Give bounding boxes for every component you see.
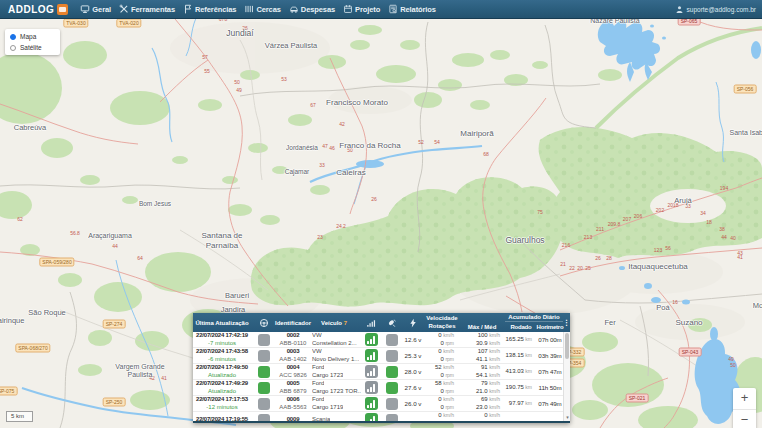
logo-text: ADDLOG: [8, 4, 54, 15]
city-label: Mo: [753, 301, 762, 310]
city-label: Jordanésia: [286, 144, 318, 152]
col-identifier[interactable]: Identificador: [277, 313, 309, 332]
col-signal[interactable]: [359, 313, 383, 332]
cell-voltage: 25.3 v: [401, 348, 425, 363]
cell-max-med: 91km/h54.1km/h: [459, 364, 505, 379]
cell-signal: [359, 396, 383, 411]
route-number: 26: [371, 196, 377, 202]
table-menu-dots[interactable]: ⋮: [563, 313, 570, 332]
route-number: 25: [585, 265, 591, 271]
user-icon: [675, 5, 684, 14]
col-gps[interactable]: [383, 313, 401, 332]
cell-hourmeter: 03h 39m: [537, 348, 563, 363]
cell-hourmeter: [537, 412, 563, 421]
city-label: Mairiporã: [460, 129, 493, 139]
vehicle-table-panel: Última Atualização Identificador Veículo…: [193, 313, 570, 423]
route-number: 68: [483, 151, 489, 157]
nav-geral[interactable]: Geral: [76, 0, 115, 18]
nav-cercas[interactable]: Cercas: [240, 0, 284, 18]
city-label: Cajamar: [285, 168, 310, 176]
city-label: Francisco Morato: [326, 98, 388, 108]
route-number: 56.8: [70, 230, 80, 236]
gps-indicator: [386, 350, 398, 362]
route-number: 20: [577, 265, 583, 271]
route-number: 41: [737, 254, 743, 260]
zoom-control: + −: [733, 388, 756, 428]
cell-ignition: [251, 332, 277, 347]
road-badge: TVA-030: [63, 19, 88, 28]
nav-referências[interactable]: Referências: [179, 0, 240, 18]
cell-identifier: 0005ABB 6879: [277, 380, 309, 395]
nav-relatórios[interactable]: Relatórios: [384, 0, 440, 18]
ignition-indicator: [258, 334, 270, 346]
nav-despesas[interactable]: Despesas: [285, 0, 339, 18]
cell-hourmeter: 11h 50m: [537, 380, 563, 395]
nav-projeto[interactable]: Projeto: [339, 0, 384, 18]
signal-icon: [366, 318, 376, 328]
cell-ignition: [251, 396, 277, 411]
ignition-indicator: [258, 414, 270, 422]
vehicle-row[interactable]: 22/07/2024 17:42:19-7 minutos0002ABB-011…: [193, 332, 563, 348]
city-label: Vargem Grande Paulista: [115, 363, 164, 380]
scrollbar-down-arrow[interactable]: ▾: [564, 414, 571, 421]
ignition-indicator: [258, 382, 270, 394]
cell-speed-rpm: 0km/h0rpm: [425, 332, 459, 347]
tools-icon: [119, 4, 129, 14]
gps-indicator: [386, 366, 398, 378]
vehicle-row[interactable]: 22/07/2024 17:19:550009Scania0km/h0rpm0k…: [193, 412, 563, 421]
col-ignition[interactable]: [251, 313, 277, 332]
cell-hourmeter: 07h 00m: [537, 332, 563, 347]
map-type-satellite[interactable]: Satélite: [10, 44, 55, 51]
cell-max-med: 0km/h0km/h: [459, 412, 505, 421]
cell-odometer: 97.97km: [505, 396, 537, 411]
gps-indicator: [386, 334, 398, 346]
cell-voltage: 12.6 v: [401, 332, 425, 347]
vehicle-row[interactable]: 22/07/2024 17:43:58-6 minutos0003AAB-140…: [193, 348, 563, 364]
cell-vehicle: VWConstellation 2...: [309, 332, 359, 347]
road-badge: SP-043: [679, 348, 702, 357]
col-max-med[interactable]: Máx / Méd: [459, 313, 505, 332]
table-scrollbar[interactable]: ▾: [563, 332, 570, 421]
cell-last-update: 22/07/2024 17:42:19-7 minutos: [193, 332, 251, 347]
route-number: 18: [706, 219, 712, 225]
road-badge: SP-021: [626, 394, 649, 403]
vehicle-count: 7: [344, 320, 347, 326]
col-last-update[interactable]: Última Atualização: [193, 313, 251, 332]
cell-odometer: 138.15km: [505, 348, 537, 363]
zoom-in-button[interactable]: +: [733, 388, 756, 409]
table-rows: 22/07/2024 17:42:19-7 minutos0002ABB-011…: [193, 332, 563, 421]
cell-gps: [383, 332, 401, 347]
cell-ignition: [251, 364, 277, 379]
route-number: 54: [434, 139, 440, 145]
route-number: 49: [236, 87, 242, 93]
col-odometer[interactable]: Rodado: [505, 322, 537, 332]
cell-signal: [359, 412, 383, 421]
cell-voltage: 27.6 v: [401, 380, 425, 395]
cell-signal: [359, 380, 383, 395]
vehicle-row[interactable]: 22/07/2024 17:49:29Atualizado0005ABB 687…: [193, 380, 563, 396]
vehicle-row[interactable]: 22/07/2024 17:17:53-12 minutos0006AAB-55…: [193, 396, 563, 412]
col-speed-rpm[interactable]: VelocidadeRotações: [425, 313, 459, 332]
logo[interactable]: ADDLOG: [8, 4, 68, 15]
route-number: 56: [665, 245, 671, 251]
city-label: Araçariguama: [88, 232, 132, 240]
city-label: Arujá: [674, 196, 692, 205]
col-power[interactable]: [401, 313, 425, 332]
calendar-icon: [343, 4, 353, 14]
col-hourmeter[interactable]: Horímetro: [537, 322, 563, 332]
route-number: 207: [623, 216, 631, 222]
route-number: 55: [204, 68, 210, 74]
route-number: 34: [700, 210, 706, 216]
cell-speed-rpm: 0km/h0rpm: [425, 396, 459, 411]
cell-signal: [359, 332, 383, 347]
scrollbar-thumb[interactable]: [565, 333, 569, 359]
col-vehicle[interactable]: Veículo 7: [309, 313, 359, 332]
cell-identifier: 0009: [277, 412, 309, 421]
vehicle-row[interactable]: 22/07/2024 17:49:50Atualizado0004ACC 982…: [193, 364, 563, 380]
zoom-out-button[interactable]: −: [733, 409, 756, 428]
cell-last-update: 22/07/2024 17:19:55: [193, 412, 251, 421]
account[interactable]: suporte@addlog.com.br: [675, 5, 756, 14]
map-type-map[interactable]: Mapa: [10, 33, 55, 40]
city-label: Várzea Paulista: [265, 41, 318, 50]
nav-ferramentas[interactable]: Ferramentas: [115, 0, 179, 18]
